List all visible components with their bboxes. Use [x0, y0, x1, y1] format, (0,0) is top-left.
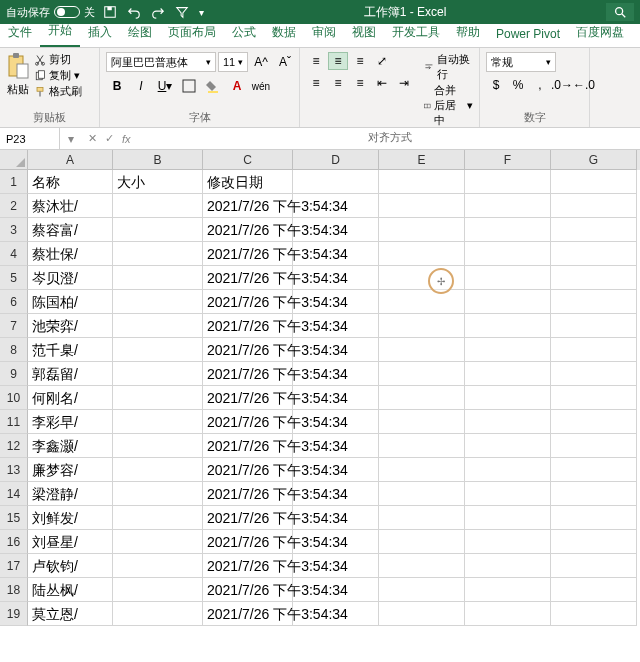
orientation-icon[interactable]: ⤢ — [372, 52, 392, 70]
cell-G17[interactable] — [551, 554, 637, 578]
cell-B16[interactable] — [113, 530, 203, 554]
cell-E1[interactable] — [379, 170, 465, 194]
cell-E10[interactable] — [379, 386, 465, 410]
cell-G11[interactable] — [551, 410, 637, 434]
cell-E4[interactable] — [379, 242, 465, 266]
cell-E16[interactable] — [379, 530, 465, 554]
cell-C4[interactable]: 2021/7/26 下午3:54:34 — [203, 242, 293, 266]
row-header[interactable]: 14 — [0, 482, 28, 506]
cell-B12[interactable] — [113, 434, 203, 458]
cell-A1[interactable]: 名称 — [28, 170, 113, 194]
row-header[interactable]: 9 — [0, 362, 28, 386]
align-bottom-icon[interactable]: ≡ — [350, 52, 370, 70]
cell-F3[interactable] — [465, 218, 551, 242]
cell-G18[interactable] — [551, 578, 637, 602]
cell-E17[interactable] — [379, 554, 465, 578]
cell-F10[interactable] — [465, 386, 551, 410]
percent-icon[interactable]: % — [508, 76, 528, 94]
tab-公式[interactable]: 公式 — [224, 20, 264, 47]
cell-E9[interactable] — [379, 362, 465, 386]
cell-A7[interactable]: 池荣弈/ — [28, 314, 113, 338]
cell-B8[interactable] — [113, 338, 203, 362]
select-all-corner[interactable] — [0, 150, 28, 170]
redo-icon[interactable] — [151, 5, 165, 19]
row-header[interactable]: 12 — [0, 434, 28, 458]
cell-A9[interactable]: 郭磊留/ — [28, 362, 113, 386]
paste-button[interactable]: 粘贴 — [6, 52, 30, 97]
cut-button[interactable]: 剪切 — [34, 52, 82, 67]
cell-B17[interactable] — [113, 554, 203, 578]
cell-F9[interactable] — [465, 362, 551, 386]
align-middle-icon[interactable]: ≡ — [328, 52, 348, 70]
cell-F13[interactable] — [465, 458, 551, 482]
cell-B7[interactable] — [113, 314, 203, 338]
font-size-select[interactable]: 11▾ — [218, 52, 248, 72]
row-header[interactable]: 13 — [0, 458, 28, 482]
cell-G3[interactable] — [551, 218, 637, 242]
col-header-C[interactable]: C — [203, 150, 293, 170]
cell-C17[interactable]: 2021/7/26 下午3:54:34 — [203, 554, 293, 578]
indent-increase-icon[interactable]: ⇥ — [394, 74, 414, 92]
col-header-E[interactable]: E — [379, 150, 465, 170]
cell-A8[interactable]: 范千臬/ — [28, 338, 113, 362]
fill-color-button[interactable] — [202, 76, 224, 96]
border-button[interactable] — [178, 76, 200, 96]
row-header[interactable]: 7 — [0, 314, 28, 338]
format-painter-button[interactable]: 格式刷 — [34, 84, 82, 99]
cell-E18[interactable] — [379, 578, 465, 602]
cell-G13[interactable] — [551, 458, 637, 482]
cell-C11[interactable]: 2021/7/26 下午3:54:34 — [203, 410, 293, 434]
cell-E14[interactable] — [379, 482, 465, 506]
cell-F2[interactable] — [465, 194, 551, 218]
cell-A12[interactable]: 李鑫灏/ — [28, 434, 113, 458]
col-header-D[interactable]: D — [293, 150, 379, 170]
cell-F15[interactable] — [465, 506, 551, 530]
tab-视图[interactable]: 视图 — [344, 20, 384, 47]
tab-绘图[interactable]: 绘图 — [120, 20, 160, 47]
cell-B13[interactable] — [113, 458, 203, 482]
phonetic-button[interactable]: wén — [250, 76, 272, 96]
cell-G2[interactable] — [551, 194, 637, 218]
cell-E2[interactable] — [379, 194, 465, 218]
overflow-icon[interactable]: ▾ — [199, 7, 204, 18]
cell-C6[interactable]: 2021/7/26 下午3:54:34 — [203, 290, 293, 314]
row-header[interactable]: 1 — [0, 170, 28, 194]
align-left-icon[interactable]: ≡ — [306, 74, 326, 92]
row-header[interactable]: 15 — [0, 506, 28, 530]
cell-E3[interactable] — [379, 218, 465, 242]
worksheet-grid[interactable]: ABCDEFG 1名称大小修改日期2蔡沐壮/2021/7/26 下午3:54:3… — [0, 150, 640, 626]
cell-A13[interactable]: 廉梦容/ — [28, 458, 113, 482]
cell-B15[interactable] — [113, 506, 203, 530]
cell-A2[interactable]: 蔡沐壮/ — [28, 194, 113, 218]
cell-A10[interactable]: 何刚名/ — [28, 386, 113, 410]
cell-G5[interactable] — [551, 266, 637, 290]
cancel-icon[interactable]: ✕ — [88, 132, 97, 145]
align-center-icon[interactable]: ≡ — [328, 74, 348, 92]
row-header[interactable]: 2 — [0, 194, 28, 218]
tab-帮助[interactable]: 帮助 — [448, 20, 488, 47]
cell-C5[interactable]: 2021/7/26 下午3:54:34 — [203, 266, 293, 290]
cell-B10[interactable] — [113, 386, 203, 410]
cell-F4[interactable] — [465, 242, 551, 266]
cell-A15[interactable]: 刘鲜发/ — [28, 506, 113, 530]
italic-button[interactable]: I — [130, 76, 152, 96]
increase-decimal-icon[interactable]: .0→ — [552, 76, 572, 94]
align-right-icon[interactable]: ≡ — [350, 74, 370, 92]
row-header[interactable]: 10 — [0, 386, 28, 410]
cell-G1[interactable] — [551, 170, 637, 194]
tab-开发工具[interactable]: 开发工具 — [384, 20, 448, 47]
cell-G14[interactable] — [551, 482, 637, 506]
row-header[interactable]: 19 — [0, 602, 28, 626]
cell-C19[interactable]: 2021/7/26 下午3:54:34 — [203, 602, 293, 626]
row-header[interactable]: 5 — [0, 266, 28, 290]
cell-B3[interactable] — [113, 218, 203, 242]
cell-G12[interactable] — [551, 434, 637, 458]
row-header[interactable]: 16 — [0, 530, 28, 554]
cell-E19[interactable] — [379, 602, 465, 626]
tab-Power Pivot[interactable]: Power Pivot — [488, 23, 568, 47]
row-header[interactable]: 4 — [0, 242, 28, 266]
tab-页面布局[interactable]: 页面布局 — [160, 20, 224, 47]
cell-E12[interactable] — [379, 434, 465, 458]
cell-B2[interactable] — [113, 194, 203, 218]
tab-文件[interactable]: 文件 — [0, 20, 40, 47]
